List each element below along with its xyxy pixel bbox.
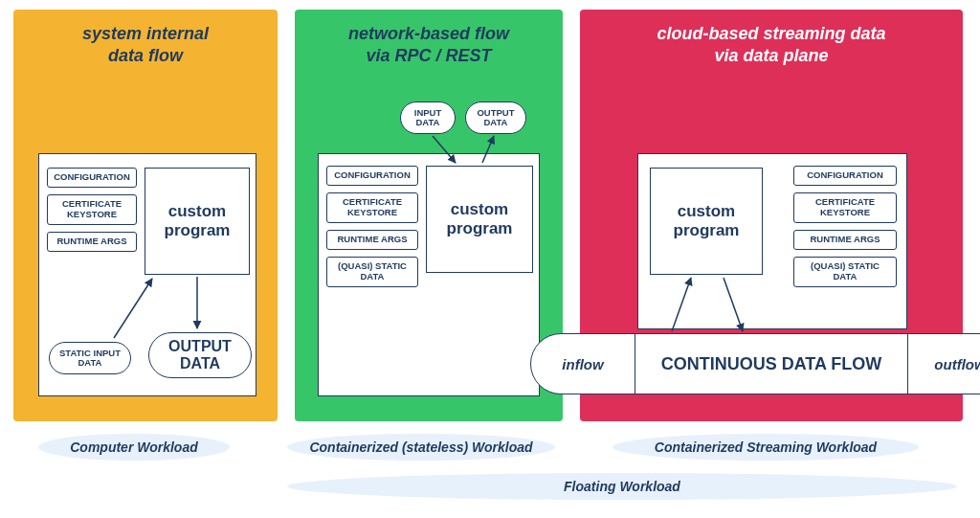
custom-program-box: custom program	[145, 168, 250, 275]
custom-program-box: custom program	[426, 166, 533, 273]
panel-title: system internal data flow	[82, 23, 209, 66]
panel-streaming: cloud-based streaming data via data plan…	[580, 10, 963, 421]
static-input-pill: STATIC INPUT DATA	[49, 342, 131, 374]
inflow-label: inflow	[531, 356, 635, 372]
config-column: CONFIGURATION CERTIFICATE KEYSTORE RUNTI…	[793, 166, 897, 294]
chip-runtime-args: RUNTIME ARGS	[793, 230, 897, 250]
custom-program-box: custom program	[650, 168, 763, 275]
panel-title: cloud-based streaming data via data plan…	[657, 23, 885, 66]
label-containerized-streaming: Containerized Streaming Workload	[612, 434, 919, 461]
chip-runtime-args: RUNTIME ARGS	[326, 230, 418, 250]
panel-title: network-based flow via RPC / REST	[348, 23, 509, 66]
chip-runtime-args: RUNTIME ARGS	[47, 232, 137, 252]
config-column: CONFIGURATION CERTIFICATE KEYSTORE RUNTI…	[326, 166, 418, 294]
workload-labels-row: Computer Workload Containerized (statele…	[0, 431, 980, 463]
label-computer-workload: Computer Workload	[38, 434, 230, 461]
workload-container: custom program CONFIGURATION CERTIFICATE…	[637, 153, 907, 329]
custom-program-label: custom program	[145, 202, 249, 241]
label-containerized-stateless: Containerized (stateless) Workload	[287, 434, 555, 461]
panel-system-internal: system internal data flow CONFIGURATION …	[13, 10, 278, 421]
output-data-pill: OUTPUT DATA	[465, 101, 526, 134]
input-data-pill: INPUT DATA	[400, 101, 456, 134]
continuous-flow-bar: inflow CONTINUOUS DATA FLOW outflow	[530, 333, 980, 394]
label-floating-workload: Floating Workload	[287, 473, 957, 500]
chip-certificate-keystore: CERTIFICATE KEYSTORE	[47, 194, 137, 225]
chip-quasi-static: (QUASI) STATIC DATA	[793, 257, 897, 287]
chip-certificate-keystore: CERTIFICATE KEYSTORE	[326, 192, 418, 223]
chip-configuration: CONFIGURATION	[47, 168, 137, 188]
title-line-1: network-based flow	[348, 24, 509, 43]
chip-configuration: CONFIGURATION	[793, 166, 897, 186]
title-line-2: via data plane	[714, 46, 828, 65]
chip-quasi-static: (QUASI) STATIC DATA	[326, 257, 418, 287]
chip-certificate-keystore: CERTIFICATE KEYSTORE	[793, 192, 897, 223]
workload-container: CONFIGURATION CERTIFICATE KEYSTORE RUNTI…	[318, 153, 540, 396]
panel-network-flow: network-based flow via RPC / REST INPUT …	[295, 10, 563, 421]
chip-configuration: CONFIGURATION	[326, 166, 418, 186]
continuous-flow-label: CONTINUOUS DATA FLOW	[635, 334, 908, 394]
output-data-label: OUTPUT DATA	[466, 108, 525, 128]
output-data-pill: OUTPUT DATA	[148, 332, 252, 378]
title-line-2: via RPC / REST	[366, 46, 491, 65]
custom-program-label: custom program	[427, 200, 532, 239]
continuous-flow-text: CONTINUOUS DATA FLOW	[661, 354, 882, 374]
arrow-static-to-program	[114, 279, 152, 338]
input-data-label: INPUT DATA	[401, 108, 455, 128]
custom-program-label: custom program	[651, 202, 762, 241]
output-data-label: OUTPUT DATA	[149, 338, 251, 372]
static-input-label: STATIC INPUT DATA	[50, 349, 130, 369]
title-line-1: system internal	[82, 24, 209, 43]
title-line-1: cloud-based streaming data	[657, 24, 885, 43]
config-column: CONFIGURATION CERTIFICATE KEYSTORE RUNTI…	[47, 168, 137, 259]
workload-container: CONFIGURATION CERTIFICATE KEYSTORE RUNTI…	[38, 153, 256, 396]
title-line-2: data flow	[108, 46, 183, 65]
outflow-label: outflow	[908, 356, 980, 372]
